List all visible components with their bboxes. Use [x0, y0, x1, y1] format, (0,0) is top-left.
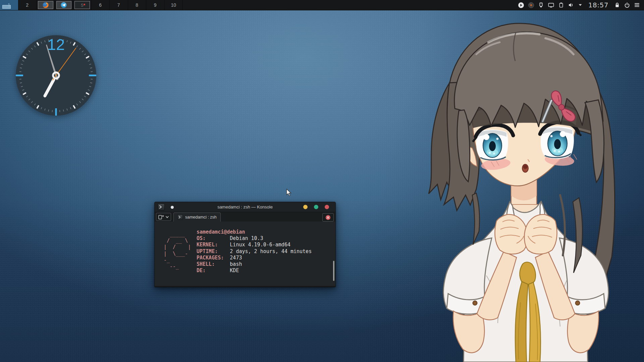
usb-device-icon[interactable]: [538, 2, 544, 8]
vinyl-record-icon[interactable]: [528, 2, 534, 8]
pager-label: 8: [136, 2, 138, 8]
pager-desktop-1[interactable]: 1: [0, 0, 18, 10]
display-icon[interactable]: [548, 2, 554, 8]
power-icon[interactable]: [624, 2, 630, 8]
fetch-row: SHELL:bash: [197, 261, 312, 267]
pager-label: 6: [99, 2, 102, 8]
window-preview: [2, 5, 11, 9]
window-bottom-edge: [155, 286, 335, 287]
konsole-tab-icon: [177, 215, 183, 220]
pager-cell-frame: [56, 1, 72, 9]
minimize-button[interactable]: [303, 205, 308, 209]
pager-label: 2: [26, 2, 29, 8]
new-tab-button[interactable]: [156, 213, 171, 221]
pager-desktop-5[interactable]: 5: [73, 0, 92, 10]
terminal-output-area[interactable]: _____ / __ \ | / | | \___- -_ --_ sameda…: [155, 222, 335, 286]
keep-on-all-desktops-button[interactable]: [171, 206, 174, 209]
pager-label: 9: [154, 2, 157, 8]
terminal-scrollbar[interactable]: [333, 261, 334, 281]
maximize-button[interactable]: [314, 205, 318, 209]
konsole-window: samedamci : zsh — Konsole same: [154, 202, 336, 287]
telegram-icon: [60, 2, 67, 8]
fetch-row: UPTIME:2 days, 2 hours, 44 minutes: [197, 248, 312, 255]
panel-menu-icon[interactable]: [634, 2, 640, 8]
clock-numeral-12: 12: [47, 36, 65, 53]
close-tab-icon: [325, 215, 331, 220]
tab-bar: samedamci : zsh: [155, 212, 335, 222]
system-tray: 18:57: [518, 0, 644, 10]
clipboard-icon[interactable]: [558, 2, 564, 8]
fetch-row: samedamci@debian: [197, 229, 312, 235]
media-play-icon[interactable]: [518, 2, 524, 8]
mouse-cursor: [286, 189, 293, 197]
pager-cell-frame: [38, 1, 53, 9]
new-tab-icon: [158, 214, 164, 220]
notification-dot: [84, 4, 85, 5]
pager-cell-frame: 5: [74, 1, 90, 9]
pager-desktop-4[interactable]: [55, 0, 73, 10]
fetch-ascii-art: _____ / __ \ | / | | \___- -_ --_: [164, 231, 191, 270]
pager-desktop-3[interactable]: [37, 0, 55, 10]
fetch-row: PACKAGES:2473: [197, 255, 312, 261]
fetch-row: KERNEL:Linux 4.19.0-6-amd64: [197, 242, 312, 248]
volume-icon[interactable]: [568, 2, 574, 8]
pager-desktop-7[interactable]: 7: [110, 0, 128, 10]
pager-label: 10: [171, 2, 176, 8]
tray-expand-chevron-icon[interactable]: [578, 3, 583, 7]
top-panel: 1 2: [0, 0, 644, 10]
fetch-row: DE:KDE: [197, 267, 312, 274]
firefox-icon: [42, 2, 49, 8]
window-title: samedamci : zsh — Konsole: [155, 202, 335, 212]
fetch-row: OS:Debian 10.3: [197, 235, 312, 242]
virtual-desktop-pager: 1 2: [0, 0, 183, 10]
pager-desktop-6[interactable]: 6: [92, 0, 110, 10]
konsole-app-icon: [158, 203, 165, 212]
tab-label: samedamci : zsh: [185, 215, 217, 220]
close-tab-button[interactable]: [322, 213, 334, 222]
desktop: 12 1 2: [0, 0, 644, 362]
lock-icon[interactable]: [614, 2, 620, 8]
pager-label: 5: [81, 3, 83, 8]
pager-desktop-9[interactable]: 9: [146, 0, 165, 10]
window-titlebar[interactable]: samedamci : zsh — Konsole: [155, 202, 335, 212]
anime-girl-illustration: [416, 21, 637, 362]
pager-desktop-8[interactable]: 8: [128, 0, 147, 10]
pager-label: 7: [117, 2, 120, 8]
tab-samedamci-zsh[interactable]: samedamci : zsh: [173, 213, 221, 222]
fetch-info: samedamci@debian OS:Debian 10.3 KERNEL:L…: [197, 229, 312, 274]
analog-clock-widget: 12: [15, 34, 97, 117]
pager-desktop-2[interactable]: 2: [18, 0, 37, 10]
chevron-down-icon: [165, 215, 169, 219]
panel-clock[interactable]: 18:57: [588, 1, 608, 9]
pager-desktop-10[interactable]: 10: [165, 0, 183, 10]
close-window-button[interactable]: [325, 205, 329, 209]
